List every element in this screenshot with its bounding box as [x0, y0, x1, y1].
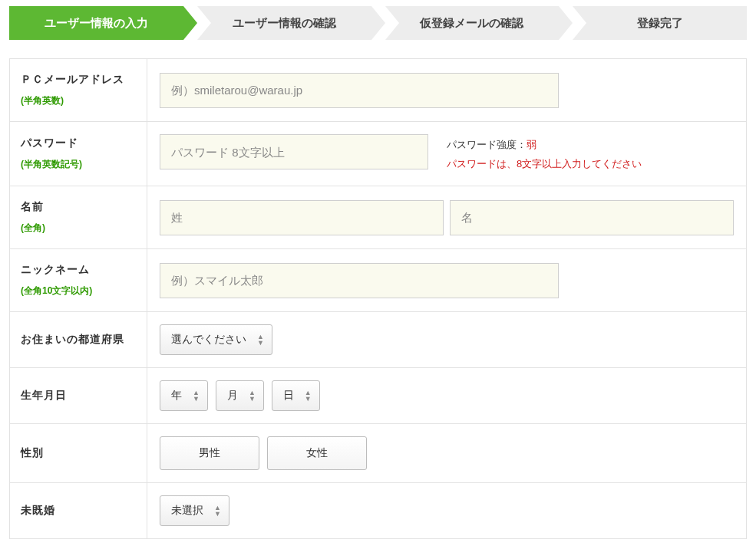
gender-male-label: 男性 [199, 446, 220, 460]
chevron-updown-icon: ▲▼ [257, 334, 264, 346]
marital-selected: 未選択 [171, 504, 203, 518]
sublabel-nickname: (全角10文字以内) [21, 285, 136, 298]
gender-female-label: 女性 [306, 446, 328, 460]
sublabel-email: (半角英数) [21, 94, 136, 107]
birth-year-select[interactable]: 年 ▲▼ [160, 380, 208, 411]
chevron-updown-icon: ▲▼ [193, 390, 200, 402]
gender-female-button[interactable]: 女性 [267, 436, 367, 470]
label-gender: 性別 [21, 446, 136, 460]
email-field[interactable] [160, 73, 559, 108]
nickname-field[interactable] [160, 263, 559, 298]
sublabel-password: (半角英数記号) [21, 158, 136, 171]
label-nickname: ニックネーム [21, 263, 136, 277]
lastname-field[interactable] [160, 200, 444, 235]
label-marital: 未既婚 [21, 504, 136, 518]
birth-month-selected: 月 [227, 389, 238, 403]
step-2-confirm: ユーザー情報の確認 [197, 6, 371, 40]
chevron-updown-icon: ▲▼ [249, 390, 256, 402]
chevron-updown-icon: ▲▼ [305, 390, 312, 402]
row-nickname: ニックネーム (全角10文字以内) [10, 249, 747, 312]
step-label: 仮登録メールの確認 [420, 16, 523, 31]
row-password: パスワード (半角英数記号) パスワード強度：弱 パスワードは、8文字以上入力し… [10, 122, 747, 186]
row-birthdate: 生年月日 年 ▲▼ 月 ▲▼ 日 ▲▼ [10, 368, 747, 424]
row-name: 名前 (全角) [10, 186, 747, 249]
birth-day-select[interactable]: 日 ▲▼ [272, 380, 320, 411]
password-strength-label: パスワード強度： [447, 139, 527, 150]
marital-select[interactable]: 未選択 ▲▼ [160, 495, 229, 526]
step-label: ユーザー情報の入力 [45, 16, 148, 31]
step-label: ユーザー情報の確認 [233, 16, 336, 31]
prefecture-selected: 選んでください [171, 333, 246, 347]
step-label: 登録完了 [637, 16, 683, 31]
row-gender: 性別 男性 女性 [10, 424, 747, 483]
chevron-updown-icon: ▲▼ [214, 505, 221, 517]
password-field[interactable] [160, 134, 428, 169]
step-4-complete: 登録完了 [573, 6, 747, 40]
registration-form: ＰＣメールアドレス (半角英数) パスワード (半角英数記号) パスワード強度：… [9, 58, 747, 539]
label-email: ＰＣメールアドレス [21, 73, 136, 87]
progress-stepper: ユーザー情報の入力 ユーザー情報の確認 仮登録メールの確認 登録完了 [9, 6, 747, 40]
password-warning: パスワードは、8文字以上入力してください [447, 155, 642, 174]
sublabel-name: (全角) [21, 222, 136, 235]
label-birthdate: 生年月日 [21, 389, 136, 403]
step-3-mail: 仮登録メールの確認 [385, 6, 560, 40]
label-name: 名前 [21, 200, 136, 214]
birth-day-selected: 日 [283, 389, 294, 403]
prefecture-select[interactable]: 選んでください ▲▼ [160, 324, 272, 355]
firstname-field[interactable] [450, 200, 734, 235]
step-1-user-input: ユーザー情報の入力 [9, 6, 183, 40]
row-email: ＰＣメールアドレス (半角英数) [10, 59, 747, 122]
row-marital: 未既婚 未選択 ▲▼ [10, 483, 747, 539]
birth-month-select[interactable]: 月 ▲▼ [216, 380, 264, 411]
password-strength-value: 弱 [527, 139, 536, 150]
label-prefecture: お住まいの都道府県 [21, 333, 136, 347]
label-password: パスワード [21, 136, 136, 150]
birth-year-selected: 年 [171, 389, 182, 403]
password-info: パスワード強度：弱 パスワードは、8文字以上入力してください [447, 134, 642, 173]
gender-male-button[interactable]: 男性 [160, 436, 259, 470]
row-prefecture: お住まいの都道府県 選んでください ▲▼ [10, 312, 747, 368]
